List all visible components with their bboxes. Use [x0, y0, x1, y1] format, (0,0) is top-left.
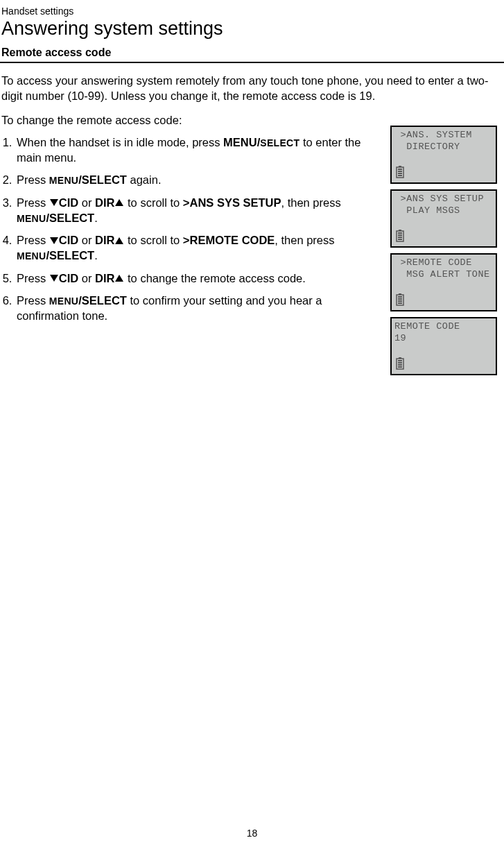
section-subheading: Remote access code	[0, 44, 504, 63]
step-text: to change the remote access code.	[124, 272, 305, 284]
svg-rect-4	[398, 173, 402, 174]
lcd-line: PLAY MSGS	[394, 205, 494, 217]
cid-key-label: CID	[59, 272, 78, 284]
lcd-screen-3: >REMOTE CODE MSG ALERT TONE	[390, 253, 497, 311]
step-text: again.	[127, 173, 162, 186]
svg-rect-21	[398, 362, 402, 363]
select-key-label: /SELECT	[46, 249, 94, 262]
lcd-line: >REMOTE CODE	[394, 257, 494, 269]
lcd-line: 19	[394, 333, 494, 345]
svg-rect-17	[398, 302, 402, 304]
up-arrow-icon	[115, 275, 123, 282]
select-smallcaps: SELECT	[260, 137, 299, 148]
dir-key-label: DIR	[95, 196, 114, 209]
battery-icon	[396, 357, 404, 370]
step-text: .	[94, 249, 98, 262]
svg-rect-14	[398, 296, 402, 298]
menu-smallcaps: MENU	[17, 250, 46, 262]
step-text: .	[94, 212, 98, 224]
select-key-label: /SELECT	[78, 294, 127, 307]
svg-rect-5	[398, 175, 402, 176]
dir-key-label: DIR	[95, 234, 114, 246]
step-6: Press MENU/SELECT to confirm your settin…	[15, 293, 383, 324]
step-text: to scroll to	[124, 196, 182, 209]
lcd-line: >ANS SYS SETUP	[394, 194, 494, 205]
step-text: Press	[17, 173, 49, 186]
step-text: Press	[17, 294, 49, 307]
svg-rect-22	[398, 364, 402, 366]
step-text: or	[78, 272, 95, 284]
step-4: Press CID or DIR to scroll to >REMOTE CO…	[15, 232, 383, 264]
step-text: Press	[17, 234, 49, 246]
cid-key-label: CID	[59, 196, 78, 209]
lcd-screen-2: >ANS SYS SETUP PLAY MSGS	[390, 189, 497, 248]
dir-key-label: DIR	[95, 272, 114, 284]
battery-icon	[396, 293, 404, 306]
battery-icon	[396, 166, 404, 178]
down-arrow-icon	[50, 275, 58, 282]
step-text: , then press	[275, 234, 334, 246]
down-arrow-icon	[50, 199, 58, 206]
svg-rect-15	[398, 298, 402, 300]
intro-paragraph: To access your answering system remotely…	[1, 73, 501, 104]
battery-icon	[396, 230, 404, 242]
menu-target: >REMOTE CODE	[183, 234, 275, 246]
lcd-screens-column: >ANS. SYSTEM DIRECTORY >ANS SYS SETUP PL…	[390, 126, 501, 381]
down-arrow-icon	[50, 237, 58, 244]
svg-rect-8	[398, 232, 402, 234]
menu-smallcaps: MENU	[49, 175, 78, 186]
step-3: Press CID or DIR to scroll to >ANS SYS S…	[15, 195, 383, 226]
menu-smallcaps: MENU	[49, 296, 78, 307]
svg-rect-9	[398, 234, 402, 236]
lcd-screen-4: REMOTE CODE 19	[390, 317, 497, 375]
page-title: Answering system settings	[0, 18, 504, 40]
step-2: Press MENU/SELECT again.	[15, 172, 383, 187]
menu-target: >ANS SYS SETUP	[183, 196, 281, 209]
step-text: to scroll to	[124, 234, 182, 246]
step-text: or	[78, 196, 95, 209]
step-text: Press	[17, 272, 49, 284]
svg-rect-23	[398, 366, 402, 368]
lcd-line: DIRECTORY	[394, 142, 494, 153]
up-arrow-icon	[115, 237, 123, 244]
lcd-line: MSG ALERT TONE	[394, 269, 494, 281]
menu-smallcaps: MENU	[17, 213, 46, 224]
svg-rect-20	[398, 360, 402, 361]
page-number: 18	[0, 828, 504, 839]
svg-rect-10	[398, 237, 402, 238]
cid-key-label: CID	[59, 234, 78, 246]
step-5: Press CID or DIR to change the remote ac…	[15, 271, 383, 286]
step-1: When the handset is in idle mode, press …	[15, 135, 383, 166]
select-key-label: /SELECT	[46, 212, 94, 224]
lcd-screen-1: >ANS. SYSTEM DIRECTORY	[390, 126, 497, 184]
select-key-label: /SELECT	[78, 173, 127, 186]
menu-key-label: MENU/	[223, 136, 260, 148]
step-text: or	[78, 234, 95, 246]
lcd-line: REMOTE CODE	[394, 321, 494, 333]
svg-rect-2	[398, 169, 402, 170]
breadcrumb: Handset settings	[0, 6, 504, 17]
svg-rect-16	[398, 300, 402, 302]
step-text: When the handset is in idle mode, press	[17, 136, 223, 148]
svg-rect-3	[398, 171, 402, 172]
step-text: Press	[17, 196, 49, 209]
lcd-line: >ANS. SYSTEM	[394, 130, 494, 142]
up-arrow-icon	[115, 199, 123, 206]
step-text: , then press	[281, 196, 341, 209]
svg-rect-11	[398, 239, 402, 240]
